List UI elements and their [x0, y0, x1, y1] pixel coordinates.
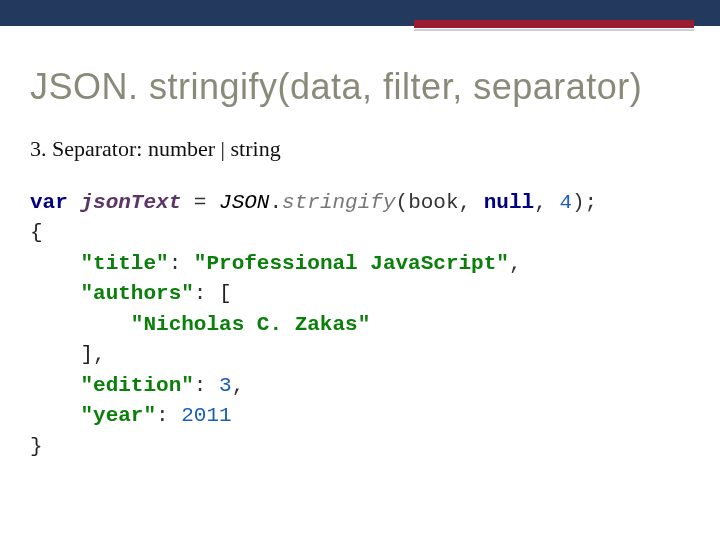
code-arg3: 4: [559, 191, 572, 214]
code-open: (: [396, 191, 409, 214]
code-indent: [30, 374, 80, 397]
code-val-edition: 3: [219, 374, 232, 397]
code-rbrace: }: [30, 435, 43, 458]
code-key-title: "title": [80, 252, 168, 275]
code-eq: =: [181, 191, 219, 214]
code-comma: ,: [509, 252, 522, 275]
code-arg2: null: [484, 191, 534, 214]
code-block: var jsonText = JSON.stringify(book, null…: [30, 188, 690, 462]
code-indent: [30, 404, 80, 427]
code-comma1: ,: [459, 191, 484, 214]
code-indent: [30, 252, 80, 275]
code-val-year: 2011: [181, 404, 231, 427]
code-colon: :: [156, 404, 181, 427]
code-var: jsonText: [80, 191, 181, 214]
code-key-edition: "edition": [80, 374, 193, 397]
header-accent: [414, 20, 694, 28]
code-arg1: book: [408, 191, 458, 214]
code-indent: [30, 313, 131, 336]
code-colon: :: [194, 374, 219, 397]
slide-content: JSON. stringify(data, filter, separator)…: [0, 26, 720, 462]
code-close: );: [572, 191, 597, 214]
code-val-title: "Professional JavaScript": [194, 252, 509, 275]
code-rbracket: ]: [80, 343, 93, 366]
slide-subhead: 3. Separator: number | string: [30, 136, 690, 162]
code-keyword: var: [30, 191, 68, 214]
code-key-authors: "authors": [80, 282, 193, 305]
code-comma2: ,: [534, 191, 559, 214]
slide-title: JSON. stringify(data, filter, separator): [30, 66, 690, 108]
code-method: stringify: [282, 191, 395, 214]
code-comma: ,: [232, 374, 245, 397]
code-obj: JSON: [219, 191, 269, 214]
header-accent-line: [414, 29, 694, 31]
code-val-author: "Nicholas C. Zakas": [131, 313, 370, 336]
code-comma: ,: [93, 343, 106, 366]
code-dot: .: [269, 191, 282, 214]
code-colon: :: [194, 282, 219, 305]
code-indent: [30, 343, 80, 366]
code-lbracket: [: [219, 282, 232, 305]
code-indent: [30, 282, 80, 305]
code-colon: :: [169, 252, 194, 275]
code-lbrace: {: [30, 221, 43, 244]
code-key-year: "year": [80, 404, 156, 427]
